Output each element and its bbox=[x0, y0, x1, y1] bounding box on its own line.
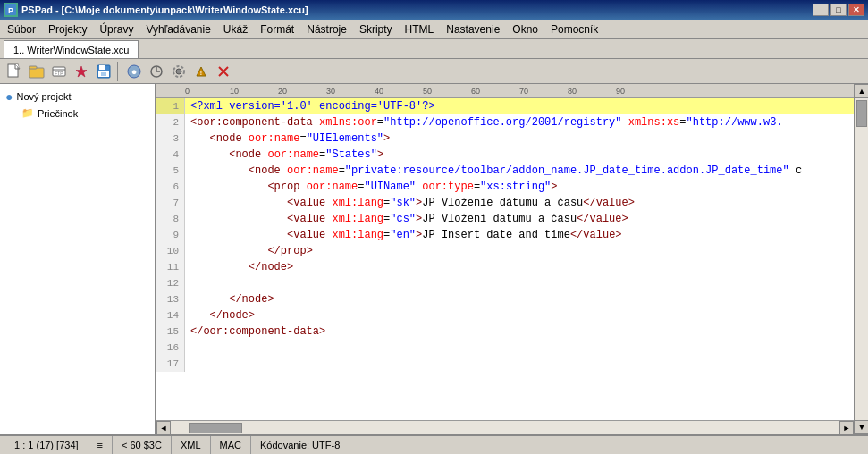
folder-label: Priečinok bbox=[38, 108, 78, 119]
editor-area: 0 10 20 30 40 50 60 70 80 90 1 <?xml ver… bbox=[156, 84, 854, 434]
svg-text:●: ● bbox=[131, 66, 138, 77]
toolbar-separator-1 bbox=[117, 62, 121, 81]
svg-point-15 bbox=[176, 69, 181, 74]
svg-text:P: P bbox=[8, 6, 13, 15]
encoding-icon: ≡ bbox=[97, 440, 103, 450]
code-line-8: 8 <value xml:lang="cs">JP Vložení datumu… bbox=[156, 211, 854, 227]
scroll-down-button[interactable]: ▼ bbox=[855, 420, 868, 434]
vertical-scrollbar[interactable]: ▲ ▼ bbox=[854, 84, 868, 434]
status-bar: 1 : 1 (17) [734] ≡ < 60 $3C XML MAC Kódo… bbox=[0, 434, 868, 454]
menu-skripty[interactable]: Skripty bbox=[354, 20, 398, 38]
svg-text:!: ! bbox=[200, 70, 202, 76]
delete-button[interactable] bbox=[213, 61, 234, 82]
tab-bar: 1.. WriterWindowState.xcu bbox=[0, 39, 868, 59]
menu-upravy[interactable]: Úpravy bbox=[94, 20, 139, 38]
tab-writerwindowstate[interactable]: 1.. WriterWindowState.xcu bbox=[4, 40, 139, 58]
scroll-left-button[interactable]: ◄ bbox=[156, 421, 171, 435]
svg-text:FTP: FTP bbox=[55, 71, 63, 76]
sidebar-sub: 📁 Priečinok bbox=[4, 105, 151, 121]
ftp-button[interactable]: FTP bbox=[48, 61, 70, 82]
code-lines: 1 <?xml version='1.0' encoding='UTF-8'?>… bbox=[156, 98, 854, 372]
scroll-up-button[interactable]: ▲ bbox=[855, 84, 868, 98]
maximize-button[interactable]: □ bbox=[830, 4, 847, 16]
code-line-16: 16 bbox=[156, 340, 854, 356]
ruler: 0 10 20 30 40 50 60 70 80 90 bbox=[156, 84, 854, 98]
close-button[interactable]: ✕ bbox=[848, 4, 864, 16]
code-line-13: 13 </node> bbox=[156, 291, 854, 307]
scroll-track[interactable] bbox=[171, 421, 839, 435]
open-recent-button[interactable] bbox=[146, 61, 167, 82]
build-button[interactable]: ! bbox=[190, 61, 212, 82]
title-bar: P PSPad - [C:\Moje dokumenty\unpack\Writ… bbox=[0, 0, 868, 20]
menu-subor[interactable]: Súbor bbox=[2, 20, 41, 38]
cursor-position: 1 : 1 bbox=[14, 440, 33, 450]
circle-icon: ● bbox=[5, 89, 13, 104]
minimize-button[interactable]: _ bbox=[813, 4, 829, 16]
scroll-thumb-vertical[interactable] bbox=[856, 100, 867, 127]
title-text: PSPad - [C:\Moje dokumenty\unpack\Writer… bbox=[21, 4, 308, 15]
code-area[interactable]: 1 <?xml version='1.0' encoding='UTF-8'?>… bbox=[156, 98, 854, 420]
code-line-3: 3 <node oor:name="UIElements"> bbox=[156, 130, 854, 147]
code-line-7: 7 <value xml:lang="sk">JP Vloženie dátum… bbox=[156, 195, 854, 211]
svg-rect-4 bbox=[29, 66, 37, 69]
tab-label: 1.. WriterWindowState.xcu bbox=[13, 45, 129, 55]
svg-rect-11 bbox=[101, 72, 106, 76]
code-line-12: 12 bbox=[156, 275, 854, 291]
svg-rect-9 bbox=[99, 65, 105, 70]
open-file-button[interactable] bbox=[26, 61, 47, 82]
menu-okno[interactable]: Okno bbox=[507, 20, 544, 38]
scroll-track-vertical[interactable] bbox=[855, 98, 868, 420]
app-icon: P bbox=[4, 3, 18, 17]
menu-html[interactable]: HTML bbox=[400, 20, 440, 38]
main-area: ● Nový projekt 📁 Priečinok 0 10 20 30 40… bbox=[0, 84, 868, 434]
sidebar-section: ● Nový projekt 📁 Priečinok bbox=[4, 88, 151, 121]
svg-rect-3 bbox=[29, 68, 44, 78]
toolbar: FTP ● ! bbox=[0, 59, 868, 84]
status-position: 1 : 1 (17) [734] bbox=[5, 436, 88, 454]
menu-bar: Súbor Projekty Úpravy Vyhľadávanie Ukáž … bbox=[0, 20, 868, 39]
code-line-14: 14 </node> bbox=[156, 307, 854, 324]
new-project-label: Nový projekt bbox=[16, 91, 71, 102]
menu-vyhladavanie[interactable]: Vyhľadávanie bbox=[140, 20, 215, 38]
code-line-1: 1 <?xml version='1.0' encoding='UTF-8'?> bbox=[156, 98, 854, 114]
menu-pomocnik[interactable]: Pomocník bbox=[545, 20, 603, 38]
sidebar-item-new-project[interactable]: ● Nový projekt bbox=[4, 88, 151, 105]
code-line-2: 2 <oor:component-data xmlns:oor="http://… bbox=[156, 114, 854, 130]
code-line-5: 5 <node oor:name="private:resource/toolb… bbox=[156, 163, 854, 179]
sidebar-item-folder[interactable]: 📁 Priečinok bbox=[20, 105, 151, 121]
new-file-button[interactable] bbox=[4, 61, 25, 82]
status-line-ending: MAC bbox=[211, 436, 251, 454]
code-line-11: 11 </node> bbox=[156, 259, 854, 275]
file-type-label: XML bbox=[181, 440, 201, 450]
column-info: < 60 $3C bbox=[122, 440, 162, 450]
scroll-right-button[interactable]: ► bbox=[839, 421, 854, 435]
menu-nastavenie[interactable]: Nastavenie bbox=[441, 20, 505, 38]
code-line-10: 10 </prop> bbox=[156, 243, 854, 259]
window-controls[interactable]: _ □ ✕ bbox=[813, 4, 864, 16]
char-count: [734] bbox=[56, 440, 78, 450]
status-col: < 60 $3C bbox=[113, 436, 172, 454]
horizontal-scrollbar[interactable]: ◄ ► bbox=[156, 420, 854, 434]
line-ending-label: MAC bbox=[220, 440, 241, 450]
sidebar: ● Nový projekt 📁 Priečinok bbox=[0, 84, 156, 434]
code-line-9: 9 <value xml:lang="en">JP Insert date an… bbox=[156, 227, 854, 243]
menu-ukaz[interactable]: Ukáž bbox=[218, 20, 253, 38]
folder-icon: 📁 bbox=[21, 107, 34, 119]
favorite-button[interactable] bbox=[71, 61, 92, 82]
line-count: (17) bbox=[36, 440, 54, 450]
menu-format[interactable]: Formát bbox=[255, 20, 299, 38]
code-line-6: 6 <prop oor:name="UIName" oor:type="xs:s… bbox=[156, 179, 854, 195]
status-file-type: XML bbox=[172, 436, 211, 454]
menu-nastroje[interactable]: Nástroje bbox=[301, 20, 352, 38]
project-settings-button[interactable] bbox=[168, 61, 190, 82]
new-project-button[interactable]: ● bbox=[123, 61, 145, 82]
code-line-15: 15 </oor:component-data> bbox=[156, 324, 854, 340]
status-encoding: Kódovanie: UTF-8 bbox=[251, 436, 349, 454]
encoding-label: Kódovanie: UTF-8 bbox=[260, 440, 340, 450]
scroll-thumb[interactable] bbox=[189, 423, 242, 433]
menu-projekty[interactable]: Projekty bbox=[43, 20, 92, 38]
ruler-marks: 0 10 20 30 40 50 60 70 80 90 bbox=[185, 87, 854, 96]
code-line-17: 17 bbox=[156, 356, 854, 372]
save-button[interactable] bbox=[93, 61, 114, 82]
code-line-4: 4 <node oor:name="States"> bbox=[156, 147, 854, 163]
